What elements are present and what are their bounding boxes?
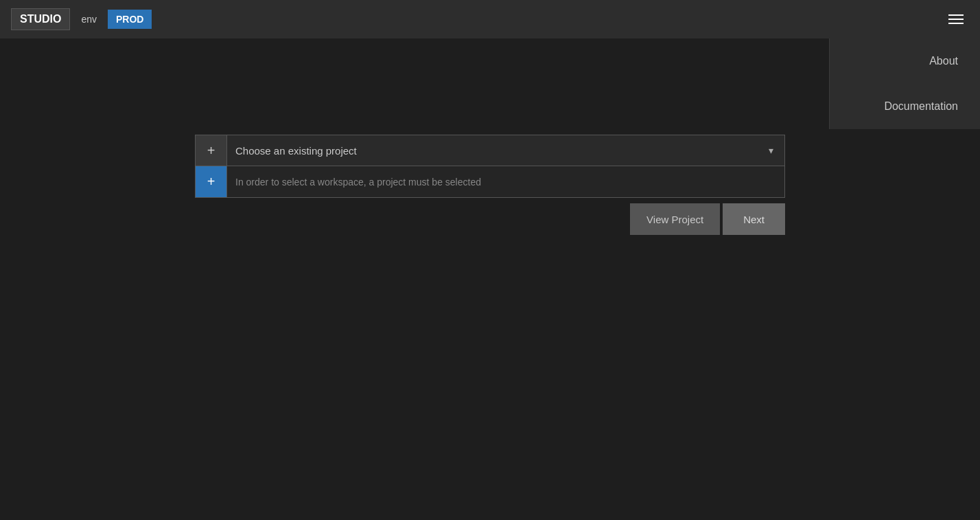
studio-label: STUDIO xyxy=(11,8,70,30)
hamburger-line-3 xyxy=(948,23,964,24)
add-project-button-dark[interactable]: + xyxy=(196,135,227,166)
action-buttons: View Project Next xyxy=(195,203,785,235)
dropdown-arrow-icon: ▾ xyxy=(757,135,784,166)
hamburger-button[interactable] xyxy=(943,9,969,30)
next-button[interactable]: Next xyxy=(723,203,785,235)
navbar-left: STUDIO env PROD xyxy=(11,8,152,30)
prod-badge: PROD xyxy=(108,10,152,29)
project-dropdown-row: + Choose an existing project ▾ xyxy=(195,135,785,166)
hamburger-line-2 xyxy=(948,19,964,20)
dropdown-menu: About Documentation xyxy=(829,38,980,129)
project-selector-container: + Choose an existing project ▾ + In orde… xyxy=(195,135,785,235)
menu-item-about[interactable]: About xyxy=(830,38,980,84)
add-workspace-button-blue[interactable]: + xyxy=(196,166,227,197)
workspace-row: + In order to select a workspace, a proj… xyxy=(195,166,785,198)
env-label: env xyxy=(75,10,102,29)
view-project-button[interactable]: View Project xyxy=(630,203,720,235)
hamburger-line-1 xyxy=(948,14,964,16)
navbar: STUDIO env PROD xyxy=(0,0,980,38)
workspace-hint-text: In order to select a workspace, a projec… xyxy=(227,166,784,197)
menu-item-documentation[interactable]: Documentation xyxy=(830,84,980,129)
project-dropdown[interactable]: Choose an existing project xyxy=(227,135,757,166)
